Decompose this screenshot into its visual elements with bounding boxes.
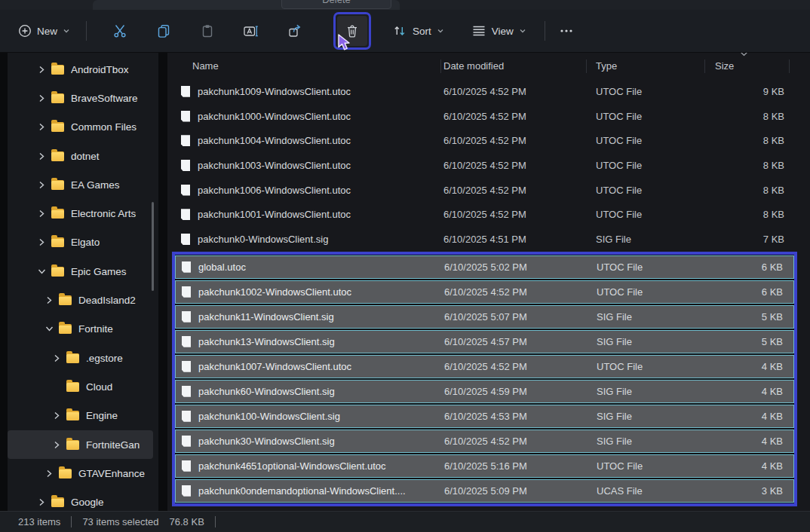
sidebar-folder-item[interactable]: DeadIsland2 (8, 286, 153, 314)
file-row[interactable]: pakchunk60-WindowsClient.sig 6/10/2025 4… (175, 380, 794, 403)
share-icon (287, 23, 302, 38)
file-row[interactable]: pakchunk1002-WindowsClient.utoc 6/10/202… (175, 280, 794, 304)
sidebar-folder-label: Common Files (71, 121, 137, 133)
tree-chevron-icon[interactable] (36, 498, 48, 506)
sidebar-folder-item[interactable]: EA Games (8, 170, 153, 199)
tree-chevron-icon[interactable] (51, 354, 63, 362)
file-size-cell: 8 KB (705, 135, 790, 146)
file-row[interactable]: pakchunk0ondemandoptional-WindowsClient.… (175, 479, 794, 503)
sort-descending-chevron-icon (740, 53, 748, 57)
file-type-cell: SIG File (588, 311, 706, 323)
tree-chevron-icon[interactable] (36, 66, 48, 74)
new-button[interactable]: New (11, 17, 78, 45)
sort-arrows-icon (392, 23, 407, 38)
pane-divider (158, 53, 167, 511)
sidebar-folder-item[interactable]: Common Files (8, 113, 153, 142)
delete-tooltip: Delete (281, 0, 391, 9)
see-more-button[interactable] (554, 16, 579, 46)
sort-button[interactable]: Sort (385, 17, 452, 45)
sidebar-folder-label: Fortnite (78, 323, 113, 335)
column-header-size[interactable]: Size (705, 53, 790, 79)
file-size-cell: 8 KB (705, 160, 790, 171)
sidebar-folder-item[interactable]: Fortnite (8, 315, 153, 344)
tree-chevron-icon[interactable] (36, 238, 48, 246)
file-name-cell: pakchunk1000-WindowsClient.utoc (167, 111, 441, 122)
file-icon (182, 311, 191, 323)
tree-chevron-icon[interactable] (36, 269, 48, 274)
sidebar-folder-item[interactable]: Elgato (8, 228, 153, 257)
window-top-strip: Delete (0, 0, 810, 10)
file-row[interactable]: pakchunk1001-WindowsClient.utoc 6/10/202… (167, 202, 810, 227)
sidebar-folder-item[interactable]: Electronic Arts (8, 199, 153, 228)
tree-chevron-icon[interactable] (44, 326, 55, 332)
column-header-type[interactable]: Type (587, 53, 705, 79)
sidebar-folder-item[interactable]: BraveSoftware (8, 84, 153, 112)
sidebar-folder-item[interactable]: FortniteGan (8, 430, 153, 459)
file-row[interactable]: pakchunk1004-WindowsClient.utoc 6/10/202… (167, 128, 810, 153)
file-row[interactable]: pakchunk1000-WindowsClient.utoc 6/10/202… (167, 104, 810, 129)
toolbar-separator (86, 21, 87, 41)
file-name: pakchunk1002-WindowsClient.utoc (198, 286, 351, 298)
file-size-cell: 5 KB (706, 311, 790, 323)
sidebar-folder-item[interactable]: dotnet (8, 142, 153, 170)
tree-chevron-icon[interactable] (51, 441, 63, 449)
tree-chevron-icon[interactable] (44, 469, 55, 478)
file-name: pakchunk1007-WindowsClient.utoc (198, 361, 351, 372)
file-row[interactable]: pakchunk11-WindowsClient.sig 6/10/2025 5… (175, 305, 794, 329)
file-row[interactable]: pakchunk1003-WindowsClient.utoc 6/10/202… (167, 153, 810, 178)
sidebar-folder-item[interactable]: AndroidTbox (8, 55, 153, 84)
file-icon (182, 485, 191, 497)
rename-button[interactable] (236, 16, 266, 46)
sidebar-folder-item[interactable]: Google (8, 488, 153, 511)
cut-button[interactable] (105, 16, 135, 46)
sidebar-scrollbar[interactable] (152, 202, 154, 291)
paste-button[interactable] (192, 16, 222, 46)
copy-button[interactable] (149, 16, 179, 46)
file-name: pakchunk1003-WindowsClient.utoc (198, 160, 351, 171)
tree-chevron-icon[interactable] (44, 296, 55, 304)
tree-chevron-icon[interactable] (36, 123, 48, 131)
tree-chevron-icon[interactable] (36, 152, 48, 161)
column-header-name[interactable]: Name (167, 53, 441, 79)
sidebar-folder-item[interactable]: GTAVEnhance (8, 459, 153, 488)
column-headers: Name Date modified Type Size (167, 53, 810, 79)
sidebar-folder-label: Engine (86, 410, 118, 421)
file-icon (181, 209, 190, 220)
column-header-date-modified[interactable]: Date modified (441, 53, 587, 79)
folder-icon (66, 411, 79, 420)
sidebar-folder-item[interactable]: .egstore (8, 344, 153, 372)
tree-chevron-icon[interactable] (36, 209, 48, 218)
sidebar-folder-item[interactable]: Epic Games (8, 257, 153, 286)
tree-chevron-icon[interactable] (51, 411, 63, 420)
folder-icon (51, 93, 64, 103)
file-type-cell: UTOC File (588, 286, 706, 298)
tree-chevron-icon[interactable] (36, 181, 48, 189)
file-date-cell: 6/10/2025 5:02 PM (442, 261, 588, 273)
tree-chevron-icon[interactable] (36, 94, 48, 102)
folder-icon (66, 353, 79, 363)
view-button[interactable]: View (464, 17, 534, 45)
file-row[interactable]: pakchunk1009-WindowsClient.utoc 6/10/202… (167, 79, 810, 104)
share-button[interactable] (280, 16, 310, 46)
file-row[interactable]: pakchunk30-WindowsClient.sig 6/10/2025 4… (175, 430, 794, 453)
file-row[interactable]: pakchunk4651optional-WindowsClient.utoc … (175, 454, 794, 478)
file-row[interactable]: pakchunk13-WindowsClient.sig 6/10/2025 4… (175, 330, 794, 353)
chevron-down-icon (63, 27, 70, 35)
sidebar-folder-label: AndroidTbox (71, 64, 129, 75)
file-name: pakchunk1004-WindowsClient.utoc (198, 135, 351, 146)
toolbar-separator (545, 21, 545, 41)
file-type-cell: SIG File (588, 436, 706, 447)
file-row[interactable]: global.utoc 6/10/2025 5:02 PM UTOC File … (175, 255, 794, 279)
file-row[interactable]: pakchunk1006-WindowsClient.utoc 6/10/202… (167, 178, 810, 203)
file-row[interactable]: pakchunk1007-WindowsClient.utoc 6/10/202… (175, 355, 794, 378)
sidebar-folder-item[interactable]: Cloud (8, 372, 153, 401)
sidebar-folder-label: BraveSoftware (71, 93, 138, 104)
file-row[interactable]: pakchunk100-WindowsClient.sig 6/10/2025 … (175, 405, 794, 428)
file-type-cell: UTOC File (587, 209, 705, 220)
file-date-cell: 6/10/2025 4:59 PM (442, 386, 588, 397)
sidebar-folder-label: DeadIsland2 (78, 295, 136, 306)
file-row[interactable]: pakchunk0-WindowsClient.sig 6/10/2025 4:… (167, 227, 810, 252)
file-type-cell: UTOC File (588, 460, 706, 472)
file-date-cell: 6/10/2025 4:52 PM (442, 361, 588, 372)
sidebar-folder-item[interactable]: Engine (8, 402, 153, 430)
